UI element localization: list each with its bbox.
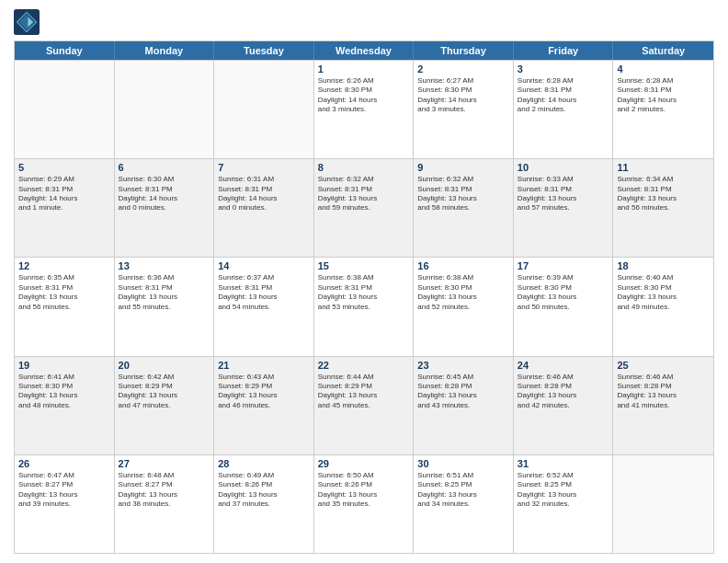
empty-cell (214, 61, 314, 158)
day-info: Sunrise: 6:37 AM Sunset: 8:31 PM Dayligh… (218, 273, 310, 312)
calendar-row-3: 19Sunrise: 6:41 AM Sunset: 8:30 PM Dayli… (15, 356, 713, 454)
day-number: 21 (218, 360, 310, 371)
day-cell-12: 12Sunrise: 6:35 AM Sunset: 8:31 PM Dayli… (15, 258, 115, 355)
day-cell-27: 27Sunrise: 6:48 AM Sunset: 8:27 PM Dayli… (115, 455, 215, 553)
day-number: 22 (318, 360, 410, 371)
day-number: 5 (18, 162, 110, 173)
day-cell-28: 28Sunrise: 6:49 AM Sunset: 8:26 PM Dayli… (214, 455, 314, 553)
header-day-wednesday: Wednesday (314, 41, 415, 60)
day-info: Sunrise: 6:31 AM Sunset: 8:31 PM Dayligh… (218, 175, 310, 213)
day-info: Sunrise: 6:29 AM Sunset: 8:31 PM Dayligh… (18, 175, 110, 213)
day-number: 7 (218, 162, 310, 173)
day-cell-25: 25Sunrise: 6:46 AM Sunset: 8:28 PM Dayli… (613, 357, 713, 454)
day-number: 6 (119, 162, 210, 173)
header-day-friday: Friday (514, 41, 614, 60)
header-day-saturday: Saturday (613, 41, 713, 60)
day-number: 20 (119, 360, 210, 371)
day-cell-3: 3Sunrise: 6:28 AM Sunset: 8:31 PM Daylig… (514, 61, 614, 158)
day-info: Sunrise: 6:28 AM Sunset: 8:31 PM Dayligh… (617, 76, 710, 115)
day-number: 27 (119, 458, 210, 469)
calendar-row-2: 12Sunrise: 6:35 AM Sunset: 8:31 PM Dayli… (15, 257, 713, 355)
day-cell-20: 20Sunrise: 6:42 AM Sunset: 8:29 PM Dayli… (115, 357, 215, 454)
day-info: Sunrise: 6:38 AM Sunset: 8:31 PM Dayligh… (318, 273, 410, 312)
day-cell-2: 2Sunrise: 6:27 AM Sunset: 8:30 PM Daylig… (414, 61, 514, 158)
day-cell-16: 16Sunrise: 6:38 AM Sunset: 8:30 PM Dayli… (414, 258, 514, 355)
day-cell-6: 6Sunrise: 6:30 AM Sunset: 8:31 PM Daylig… (115, 159, 215, 257)
header-day-thursday: Thursday (414, 41, 514, 60)
day-number: 8 (318, 162, 410, 173)
day-info: Sunrise: 6:26 AM Sunset: 8:30 PM Dayligh… (318, 76, 410, 115)
page: SundayMondayTuesdayWednesdayThursdayFrid… (0, 0, 728, 563)
day-number: 13 (119, 260, 210, 271)
day-cell-21: 21Sunrise: 6:43 AM Sunset: 8:29 PM Dayli… (214, 357, 314, 454)
day-info: Sunrise: 6:34 AM Sunset: 8:31 PM Dayligh… (617, 175, 710, 213)
day-info: Sunrise: 6:51 AM Sunset: 8:25 PM Dayligh… (417, 471, 509, 510)
day-number: 1 (318, 63, 410, 75)
day-cell-14: 14Sunrise: 6:37 AM Sunset: 8:31 PM Dayli… (214, 258, 314, 355)
day-info: Sunrise: 6:30 AM Sunset: 8:31 PM Dayligh… (119, 175, 210, 213)
day-number: 11 (617, 162, 710, 173)
day-info: Sunrise: 6:27 AM Sunset: 8:30 PM Dayligh… (417, 76, 509, 115)
header-day-tuesday: Tuesday (214, 41, 314, 60)
day-cell-22: 22Sunrise: 6:44 AM Sunset: 8:29 PM Dayli… (314, 357, 415, 454)
day-info: Sunrise: 6:44 AM Sunset: 8:29 PM Dayligh… (318, 373, 410, 411)
day-info: Sunrise: 6:32 AM Sunset: 8:31 PM Dayligh… (417, 175, 509, 213)
day-cell-23: 23Sunrise: 6:45 AM Sunset: 8:28 PM Dayli… (414, 357, 514, 454)
day-cell-10: 10Sunrise: 6:33 AM Sunset: 8:31 PM Dayli… (514, 159, 614, 257)
day-number: 14 (218, 260, 310, 271)
day-info: Sunrise: 6:36 AM Sunset: 8:31 PM Dayligh… (119, 273, 210, 312)
day-info: Sunrise: 6:41 AM Sunset: 8:30 PM Dayligh… (18, 373, 110, 411)
day-cell-5: 5Sunrise: 6:29 AM Sunset: 8:31 PM Daylig… (15, 159, 115, 257)
day-info: Sunrise: 6:50 AM Sunset: 8:26 PM Dayligh… (318, 471, 410, 510)
day-info: Sunrise: 6:42 AM Sunset: 8:29 PM Dayligh… (119, 373, 210, 411)
day-info: Sunrise: 6:39 AM Sunset: 8:30 PM Dayligh… (518, 273, 609, 312)
calendar-row-0: 1Sunrise: 6:26 AM Sunset: 8:30 PM Daylig… (15, 60, 713, 158)
header (14, 9, 714, 35)
day-number: 30 (417, 458, 509, 469)
day-cell-4: 4Sunrise: 6:28 AM Sunset: 8:31 PM Daylig… (613, 61, 713, 158)
day-number: 16 (417, 260, 509, 271)
day-cell-26: 26Sunrise: 6:47 AM Sunset: 8:27 PM Dayli… (15, 455, 115, 553)
calendar-row-4: 26Sunrise: 6:47 AM Sunset: 8:27 PM Dayli… (15, 454, 713, 553)
day-info: Sunrise: 6:35 AM Sunset: 8:31 PM Dayligh… (18, 273, 110, 312)
day-number: 26 (18, 458, 110, 469)
day-cell-13: 13Sunrise: 6:36 AM Sunset: 8:31 PM Dayli… (115, 258, 215, 355)
empty-cell (115, 61, 215, 158)
day-cell-29: 29Sunrise: 6:50 AM Sunset: 8:26 PM Dayli… (314, 455, 415, 553)
logo (14, 9, 43, 35)
day-number: 23 (417, 360, 509, 371)
day-info: Sunrise: 6:28 AM Sunset: 8:31 PM Dayligh… (518, 76, 609, 115)
day-info: Sunrise: 6:40 AM Sunset: 8:30 PM Dayligh… (617, 273, 710, 312)
calendar-header: SundayMondayTuesdayWednesdayThursdayFrid… (15, 41, 713, 60)
day-cell-11: 11Sunrise: 6:34 AM Sunset: 8:31 PM Dayli… (613, 159, 713, 257)
calendar: SundayMondayTuesdayWednesdayThursdayFrid… (14, 40, 714, 554)
day-cell-24: 24Sunrise: 6:46 AM Sunset: 8:28 PM Dayli… (514, 357, 614, 454)
day-cell-19: 19Sunrise: 6:41 AM Sunset: 8:30 PM Dayli… (15, 357, 115, 454)
day-number: 12 (18, 260, 110, 271)
empty-cell (15, 61, 115, 158)
day-info: Sunrise: 6:43 AM Sunset: 8:29 PM Dayligh… (218, 373, 310, 411)
day-number: 29 (318, 458, 410, 469)
day-info: Sunrise: 6:48 AM Sunset: 8:27 PM Dayligh… (119, 471, 210, 510)
day-number: 25 (617, 360, 710, 371)
header-day-sunday: Sunday (15, 41, 115, 60)
day-number: 15 (318, 260, 410, 271)
day-cell-7: 7Sunrise: 6:31 AM Sunset: 8:31 PM Daylig… (214, 159, 314, 257)
day-number: 9 (417, 162, 509, 173)
calendar-row-1: 5Sunrise: 6:29 AM Sunset: 8:31 PM Daylig… (15, 158, 713, 257)
day-cell-8: 8Sunrise: 6:32 AM Sunset: 8:31 PM Daylig… (314, 159, 415, 257)
logo-icon (14, 9, 40, 35)
day-number: 4 (617, 63, 710, 75)
day-info: Sunrise: 6:46 AM Sunset: 8:28 PM Dayligh… (518, 373, 609, 411)
day-cell-1: 1Sunrise: 6:26 AM Sunset: 8:30 PM Daylig… (314, 61, 415, 158)
day-info: Sunrise: 6:47 AM Sunset: 8:27 PM Dayligh… (18, 471, 110, 510)
day-number: 3 (518, 63, 609, 75)
day-cell-17: 17Sunrise: 6:39 AM Sunset: 8:30 PM Dayli… (514, 258, 614, 355)
day-info: Sunrise: 6:46 AM Sunset: 8:28 PM Dayligh… (617, 373, 710, 411)
day-info: Sunrise: 6:33 AM Sunset: 8:31 PM Dayligh… (518, 175, 609, 213)
day-cell-30: 30Sunrise: 6:51 AM Sunset: 8:25 PM Dayli… (414, 455, 514, 553)
day-info: Sunrise: 6:49 AM Sunset: 8:26 PM Dayligh… (218, 471, 310, 510)
day-info: Sunrise: 6:45 AM Sunset: 8:28 PM Dayligh… (417, 373, 509, 411)
day-number: 17 (518, 260, 609, 271)
day-number: 19 (18, 360, 110, 371)
